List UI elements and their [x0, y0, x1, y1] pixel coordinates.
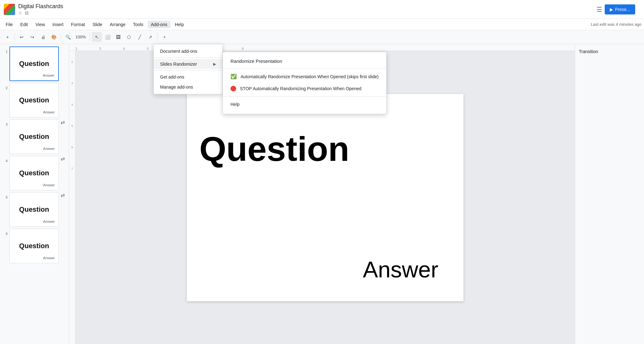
addon-divider-1 — [154, 57, 222, 58]
addon-slides-randomizer-label: Slides Randomizer — [160, 62, 197, 67]
red-circle-icon — [230, 86, 236, 91]
check-icon: ✅ — [230, 74, 237, 79]
submenu-title: Randomize Presentation — [223, 56, 386, 66]
submenu-stop-randomize[interactable]: STOP Automatically Randomizing Presentat… — [223, 83, 386, 95]
addon-item-slides-randomizer[interactable]: Slides Randomizer ▶ — [154, 59, 222, 69]
addon-slides-randomizer-arrow: ▶ — [213, 62, 216, 66]
addon-get-addons-label: Get add-ons — [160, 74, 184, 79]
addon-document-addons-label: Document add-ons — [160, 49, 197, 54]
submenu-auto-randomize-label: Automatically Randomize Presentation Whe… — [241, 74, 379, 79]
addon-dropdown-menu: Document add-ons Slides Randomizer ▶ Get… — [153, 44, 223, 94]
addon-manage-addons-label: Manage add-ons — [160, 85, 193, 90]
addon-item-document-addons[interactable]: Document add-ons — [154, 46, 222, 56]
submenu-help[interactable]: Help — [223, 99, 386, 110]
submenu-divider-1 — [223, 68, 386, 68]
slides-randomizer-submenu: Randomize Presentation ✅ Automatically R… — [223, 52, 386, 114]
submenu-stop-randomize-label: STOP Automatically Randomizing Presentat… — [240, 86, 361, 91]
addon-item-get-addons[interactable]: Get add-ons — [154, 72, 222, 82]
submenu-divider-2 — [223, 96, 386, 97]
addon-divider-2 — [154, 70, 222, 71]
submenu-auto-randomize[interactable]: ✅ Automatically Randomize Presentation W… — [223, 70, 386, 83]
addon-item-manage-addons[interactable]: Manage add-ons — [154, 82, 222, 92]
